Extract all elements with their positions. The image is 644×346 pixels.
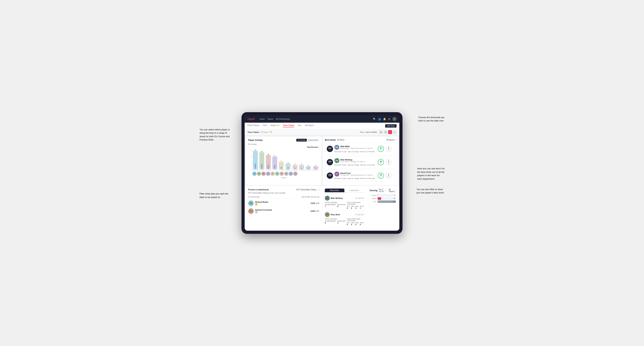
tab-team-clippd[interactable]: Team Clippd xyxy=(283,124,294,127)
nav-teams[interactable]: Teams xyxy=(268,118,273,120)
stat-unit-2-0: yds xyxy=(388,149,390,151)
bar-2[interactable] xyxy=(266,155,271,169)
grid-view-icon[interactable]: ⊞ xyxy=(379,130,383,134)
bar-player-label-0: B. McHarg xyxy=(252,169,258,170)
bar-value-2: 10 xyxy=(268,154,269,155)
practice-drills-toggle[interactable]: Practice Drills xyxy=(307,139,319,142)
on-course-label: On Course xyxy=(248,143,319,145)
nav-my-performance[interactable]: My Performance xyxy=(276,118,290,120)
bar-0[interactable] xyxy=(253,151,258,169)
bar-player-label-5: O. Billingham xyxy=(284,169,292,170)
scoring-title: Scoring xyxy=(370,189,378,192)
nav-home[interactable]: Home xyxy=(260,118,264,120)
edit-team-icon[interactable]: ✏️ xyxy=(270,131,272,133)
navbar: clippd Home Teams My Performance 🔍 👥 🔔 ⊕… xyxy=(245,115,399,123)
shots-filter-dropdown[interactable]: All Shots ▾ xyxy=(337,139,345,141)
ma-arg-val-0: 0 xyxy=(355,207,359,209)
shot-badge-num-1: 200 xyxy=(328,161,332,163)
ma-app-label-1: APP xyxy=(351,222,354,224)
y-label-5: 5 xyxy=(251,162,252,164)
player-avatar-3: J xyxy=(266,172,270,176)
stat-circle-green-0: 67 yds xyxy=(378,146,384,152)
time-filter-select[interactable]: Last 3 months xyxy=(366,131,376,133)
ma-putt-val-0: 1 xyxy=(360,207,364,209)
bar-value-1: 12 xyxy=(261,151,262,152)
least-active-tab[interactable]: Least Active xyxy=(344,188,364,192)
tab-all-players[interactable]: All Players xyxy=(305,124,314,127)
ma-date-0: 26 Aug 2023 xyxy=(355,197,364,199)
bar-group-6: 3R. Butler xyxy=(292,163,298,170)
tab-hcaps[interactable]: Hcaps 1-5 xyxy=(270,124,279,127)
shot-card-2[interactable]: 198 SG DF David Ford 24 Aug 2023 · Royal… xyxy=(325,170,396,181)
ma-practice-label-1: Practice xyxy=(338,220,346,222)
shot-player-avatar-2: DF xyxy=(334,172,339,176)
shot-details-1: Shot Dist: 43 yds Start Lie: Rough End L… xyxy=(334,164,376,166)
tab-pga[interactable]: PGA xyxy=(263,124,267,127)
bar-group-2: 10D. Ford xyxy=(265,154,272,170)
lb-player-info-1: EC Edward Crossman 2 xyxy=(248,208,310,214)
ma-player-name-0: Blair McHarg xyxy=(331,197,343,199)
player-avatar-5: O xyxy=(275,172,279,176)
shot-player-info-0: MM Matt Miller 09 Jun 2023 · Royal North… xyxy=(334,145,376,153)
player-activity-header: Player Activity On Course Practice Drill… xyxy=(248,139,319,142)
right-bottom-grid: Most Active Least Active BM Blair McHarg… xyxy=(322,186,399,231)
scoring-par-filter[interactable]: Par 3, 4 & 5s ▾ xyxy=(379,188,386,192)
shot-card-chevron-2: › xyxy=(393,174,394,177)
bar-8[interactable] xyxy=(306,166,311,169)
page-wrapper: Choose the timescale you wish to see the… xyxy=(200,112,444,234)
on-course-toggle[interactable]: On Course xyxy=(296,139,307,142)
bell-icon[interactable]: 🔔 xyxy=(383,118,386,120)
bottom-panels: Practice Leaderboards PUTT Must Make Put… xyxy=(245,186,399,231)
bar-9[interactable] xyxy=(313,166,318,169)
sort-view-icon[interactable]: ↕ xyxy=(393,130,396,134)
add-team-button[interactable]: Add Team xyxy=(385,124,396,128)
ma-arg-label-0: ARG xyxy=(355,205,359,207)
tab-tour[interactable]: Tour xyxy=(298,124,301,127)
ma-practice-val-1: 4 xyxy=(338,222,346,224)
bar-group-9: 2L. Robertson xyxy=(312,165,319,170)
lb-avatar-0: RB xyxy=(248,200,254,206)
scoring-players-chevron: ▾ xyxy=(395,190,396,191)
bar-group-5: 4O. Billingham xyxy=(284,162,292,170)
shot-card-0[interactable]: 200 SG MM Matt Miller 09 Jun 2023 · Roya… xyxy=(325,143,396,155)
medal-gold-0: 1 xyxy=(255,203,258,205)
stat-num-2-2: 0 xyxy=(388,174,389,176)
players-filter-chevron: ▾ xyxy=(395,139,396,141)
most-active-tab[interactable]: Most Active xyxy=(325,188,344,192)
bar-7[interactable] xyxy=(299,165,304,169)
bar-5[interactable] xyxy=(286,163,290,169)
list-view-icon[interactable]: ☰ xyxy=(384,130,388,134)
shot-details-2: Shot Dist: 16 yds Start Lie: Rough End L… xyxy=(334,177,376,180)
bar-group-4: 5E. Ebert xyxy=(278,161,284,170)
bar-3[interactable] xyxy=(272,156,277,169)
bar-4[interactable] xyxy=(279,162,284,169)
scoring-players-filter[interactable]: All Players ▾ xyxy=(389,188,396,192)
shot-card-chevron-1: › xyxy=(393,161,394,164)
shot-badge-num-0: 200 xyxy=(328,147,332,149)
stat-num-1-2: 16 xyxy=(380,174,382,176)
user-avatar[interactable]: U xyxy=(392,117,396,121)
chart-filter-dropdown[interactable]: Total Rounds ▾ xyxy=(307,146,319,148)
players-filter-dropdown[interactable]: All Players ▾ xyxy=(386,139,396,141)
scoring-row-label-0: Eagles xyxy=(370,194,376,196)
medal-silver-1: 2 xyxy=(255,211,258,213)
chart-filter-chevron: ▾ xyxy=(318,147,319,148)
bar-player-label-8: E. Crossman xyxy=(305,169,312,170)
ma-player-header-1: RB Rees Britt 02 Sep 2023 xyxy=(325,212,364,217)
people-icon[interactable]: 👥 xyxy=(378,118,381,120)
bar-1[interactable] xyxy=(259,152,264,169)
lb-drill-selector[interactable]: PUTT Must Make Putting ... ▾ xyxy=(296,189,319,191)
shot-meta-0: 09 Jun 2023 · Royal North Devon GC, Hole… xyxy=(340,148,373,149)
heart-view-icon[interactable]: ♥ xyxy=(388,130,392,134)
search-icon[interactable]: 🔍 xyxy=(373,118,376,120)
bar-6[interactable] xyxy=(292,165,298,169)
shot-card-1[interactable]: 200 SG BM Blair McHarg 23 Jul 2023 · Ash… xyxy=(325,156,396,168)
tab-pgat-players[interactable]: PGAT Players xyxy=(248,124,260,127)
scoring-panel: Scoring Par 3, 4 & 5s ▾ All Players ▾ Ea… xyxy=(368,186,398,229)
player-activity-title: Player Activity xyxy=(248,139,262,141)
bar-group-8: 2E. Crossman xyxy=(305,165,312,170)
show-label: Show: xyxy=(360,131,364,133)
shot-details-0: Shot Dist: 67 yds Start Lie: Rough End L… xyxy=(334,151,376,153)
brand-logo: clippd xyxy=(248,118,254,120)
plus-circle-icon[interactable]: ⊕ xyxy=(388,118,390,120)
